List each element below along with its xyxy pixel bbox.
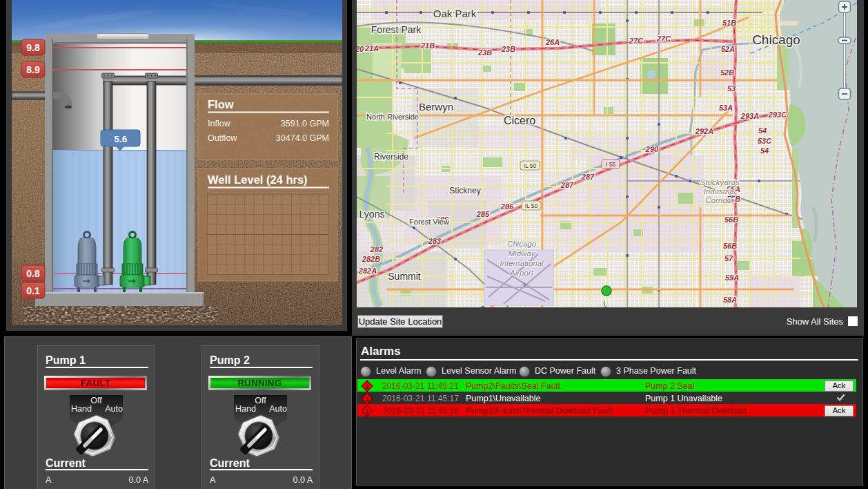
svg-text:20: 20	[357, 45, 364, 53]
svg-text:Riverside: Riverside	[374, 152, 408, 162]
svg-text:282A: 282A	[358, 267, 377, 275]
svg-text:290: 290	[645, 145, 659, 153]
svg-text:286: 286	[500, 202, 514, 211]
svg-text:54: 54	[760, 146, 769, 155]
svg-text:292A: 292A	[695, 127, 713, 135]
svg-text:293A: 293A	[740, 112, 759, 120]
svg-text:54: 54	[758, 126, 767, 135]
svg-text:Inflow: Inflow	[208, 119, 231, 128]
svg-text:Lyons: Lyons	[359, 209, 385, 220]
svg-text:26A: 26A	[545, 38, 560, 46]
svg-text:Cicero: Cicero	[504, 115, 535, 126]
svg-text:53A: 53A	[719, 104, 733, 112]
svg-text:23B: 23B	[477, 48, 492, 57]
svg-text:51B: 51B	[722, 19, 736, 27]
svg-text:Midway: Midway	[509, 249, 536, 258]
svg-text:1: 1	[365, 394, 368, 402]
svg-text:IL 50: IL 50	[525, 202, 538, 209]
svg-text:57: 57	[724, 254, 733, 262]
svg-text:59A: 59A	[725, 274, 739, 282]
svg-text:3591.0 GPM: 3591.0 GPM	[281, 119, 329, 128]
svg-text:Summit: Summit	[388, 271, 421, 282]
svg-text:30474.0 GPM: 30474.0 GPM	[276, 133, 329, 143]
svg-text:I 55: I 55	[606, 161, 615, 168]
svg-text:56B: 56B	[724, 215, 738, 224]
svg-text:Industrial: Industrial	[704, 187, 736, 195]
svg-text:0.8: 0.8	[26, 268, 40, 279]
svg-text:283: 283	[428, 237, 441, 245]
svg-text:52A: 52A	[721, 45, 735, 53]
svg-text:Stickney: Stickney	[449, 186, 480, 195]
svg-text:287: 287	[560, 181, 574, 189]
svg-text:1: 1	[365, 407, 368, 414]
svg-text:Forest Park: Forest Park	[371, 24, 422, 35]
svg-text:Well Level (24 hrs): Well Level (24 hrs)	[208, 173, 308, 186]
svg-text:53: 53	[727, 84, 736, 93]
svg-text:Flow: Flow	[208, 98, 234, 111]
svg-text:23B: 23B	[501, 45, 515, 53]
svg-text:IL 50: IL 50	[524, 162, 537, 169]
svg-text:North Riverside: North Riverside	[366, 113, 419, 121]
svg-text:Chicago: Chicago	[507, 240, 537, 248]
svg-text:21A: 21A	[364, 44, 379, 52]
svg-text:5.6: 5.6	[115, 134, 128, 144]
svg-text:53C: 53C	[758, 137, 772, 145]
svg-text:1: 1	[365, 382, 368, 390]
svg-text:27C: 27C	[656, 35, 671, 43]
svg-text:Airport: Airport	[509, 269, 534, 277]
svg-text:56B: 56B	[723, 242, 737, 250]
svg-text:Oak Park: Oak Park	[433, 8, 477, 19]
svg-text:285: 285	[476, 210, 490, 218]
svg-text:Outflow: Outflow	[208, 133, 237, 143]
svg-text:8.9: 8.9	[26, 64, 40, 75]
svg-text:52B: 52B	[720, 68, 734, 77]
svg-text:27C: 27C	[629, 37, 644, 45]
svg-text:Stockyards: Stockyards	[700, 178, 740, 186]
svg-text:Corridor: Corridor	[705, 196, 735, 204]
svg-text:58A: 58A	[723, 296, 737, 304]
svg-text:Forest View: Forest View	[409, 218, 449, 226]
svg-text:282B: 282B	[362, 255, 380, 263]
svg-text:✈: ✈	[522, 281, 527, 289]
svg-text:21B: 21B	[420, 41, 435, 50]
svg-text:International: International	[500, 259, 544, 267]
svg-text:9.8: 9.8	[26, 42, 40, 53]
svg-text:282: 282	[370, 245, 383, 253]
svg-text:0.1: 0.1	[26, 285, 40, 296]
svg-text:Chicago: Chicago	[752, 32, 800, 47]
svg-text:293C: 293C	[768, 111, 787, 119]
svg-text:287: 287	[581, 173, 595, 181]
svg-text:Berwyn: Berwyn	[419, 101, 453, 113]
